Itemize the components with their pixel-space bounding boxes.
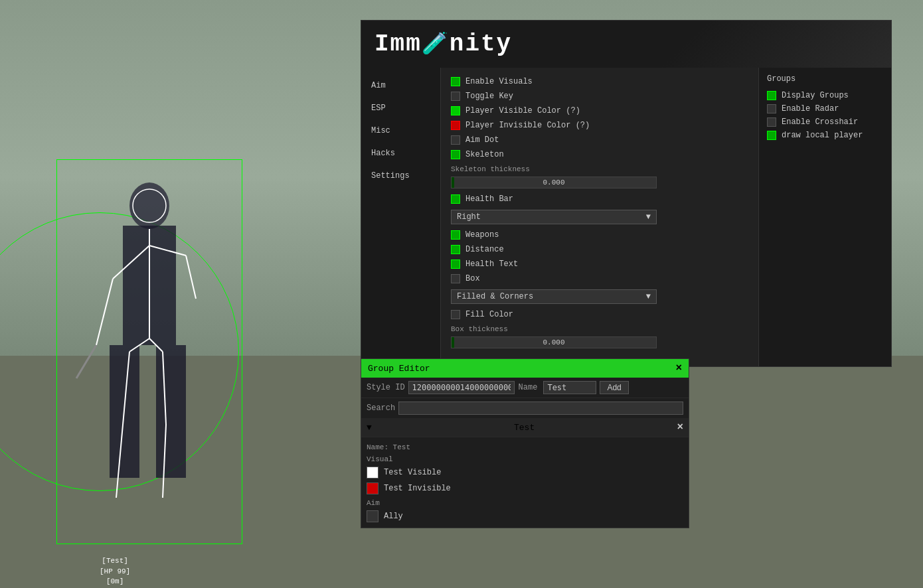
test-visible-color-swatch[interactable] [367, 467, 378, 478]
test-section: ▼ Test × Name: Test Visual Test Visible … [361, 418, 689, 528]
player-skeleton [56, 159, 242, 544]
weapons-row: Weapons [451, 228, 748, 242]
distance-checkbox[interactable] [451, 245, 460, 254]
fill-color-checkbox[interactable] [451, 310, 460, 319]
player-invisible-color-label: Player Invisible Color (?) [465, 121, 590, 130]
immunity-header: Imm🧪nity [361, 21, 891, 68]
skeleton-thickness-slider[interactable]: 0.000 [451, 177, 748, 188]
box-thickness-label: Box thickness [451, 325, 748, 333]
box-row: Box [451, 271, 748, 286]
player-tag-label: [Test] [100, 556, 130, 566]
draw-local-player-checkbox[interactable] [767, 131, 776, 140]
skeleton-row: Skeleton [451, 147, 748, 162]
fill-color-row: Fill Color [451, 307, 748, 322]
enable-crosshair-row: Enable Crosshair [767, 115, 883, 129]
toggle-key-row: Toggle Key [451, 89, 748, 104]
svg-line-9 [96, 319, 103, 345]
left-nav: Aim ESP Misc Hacks Settings [361, 68, 441, 366]
draw-local-player-label: draw local player [782, 131, 863, 140]
search-row: Search [361, 398, 689, 418]
health-text-row: Health Text [451, 257, 748, 271]
enable-radar-row: Enable Radar [767, 102, 883, 115]
enable-visuals-checkbox[interactable] [451, 77, 460, 86]
health-bar-row: Health Bar [451, 192, 748, 206]
test-invisible-row: Test Invisible [367, 480, 683, 496]
enable-radar-label: Enable Radar [782, 104, 839, 113]
weapons-checkbox[interactable] [451, 230, 460, 240]
health-bar-dropdown[interactable]: Right ▼ [451, 210, 657, 224]
skeleton-thickness-value: 0.000 [452, 179, 656, 186]
test-invisible-label: Test Invisible [384, 484, 451, 493]
player-visible-color-swatch[interactable] [451, 106, 460, 115]
enable-radar-checkbox[interactable] [767, 104, 776, 113]
box-checkbox[interactable] [451, 274, 460, 283]
health-text-label: Health Text [465, 259, 518, 269]
group-editor-close-button[interactable]: × [675, 362, 682, 374]
style-id-input[interactable] [408, 381, 515, 394]
fill-color-label: Fill Color [465, 310, 513, 319]
aim-dot-checkbox[interactable] [451, 135, 460, 145]
groups-panel: Groups Display Groups Enable Radar Enabl… [758, 68, 891, 366]
test-section-header: ▼ Test × [361, 418, 689, 437]
test-section-close-button[interactable]: × [677, 421, 683, 433]
svg-line-16 [76, 345, 96, 378]
style-id-row: Style ID Name Add [361, 378, 689, 398]
enable-visuals-label: Enable Visuals [465, 77, 533, 86]
test-visible-row: Test Visible [367, 465, 683, 480]
display-groups-row: Display Groups [767, 89, 883, 102]
search-label: Search [367, 404, 395, 413]
health-bar-dropdown-row: Right ▼ [451, 210, 748, 224]
distance-row: Distance [451, 242, 748, 257]
nav-item-aim[interactable]: Aim [361, 74, 440, 97]
box-style-dropdown-value: Filled & Corners [457, 292, 533, 301]
groups-title: Groups [767, 74, 883, 84]
health-bar-dropdown-arrow: ▼ [646, 212, 651, 222]
test-group-name: Test [514, 423, 535, 433]
box-thickness-slider[interactable]: 0.000 [451, 336, 748, 348]
search-input[interactable] [398, 402, 683, 415]
skeleton-thickness-label: Skeleton thickness [451, 165, 748, 173]
nav-item-settings[interactable]: Settings [361, 165, 440, 187]
group-editor-header: Group Editor × [361, 359, 689, 378]
player-invisible-color-row: Player Invisible Color (?) [451, 118, 748, 133]
syringe-icon: 🧪 [422, 33, 450, 57]
toggle-key-checkbox[interactable] [451, 92, 460, 101]
player-invisible-color-swatch[interactable] [451, 121, 460, 130]
test-collapse-icon: ▼ [367, 423, 372, 433]
health-bar-dropdown-value: Right [457, 212, 481, 222]
aim-dot-label: Aim Dot [465, 135, 499, 145]
test-invisible-color-swatch[interactable] [367, 482, 378, 494]
box-style-dropdown-arrow: ▼ [646, 292, 651, 301]
ally-row: Ally [367, 508, 683, 524]
skeleton-checkbox[interactable] [451, 150, 460, 159]
name-label: Name [519, 383, 538, 392]
health-bar-label: Health Bar [465, 194, 513, 204]
box-style-dropdown-row: Filled & Corners ▼ [451, 289, 748, 304]
nav-item-misc[interactable]: Misc [361, 119, 440, 142]
svg-rect-3 [156, 345, 186, 478]
app-title: Imm🧪nity [375, 31, 512, 58]
ally-color-swatch[interactable] [367, 510, 378, 522]
display-groups-checkbox[interactable] [767, 91, 776, 100]
box-style-dropdown[interactable]: Filled & Corners ▼ [451, 289, 657, 304]
toggle-key-label: Toggle Key [465, 92, 513, 101]
player-distance-label: [0m] [100, 577, 130, 587]
enable-crosshair-checkbox[interactable] [767, 117, 776, 127]
skeleton-label: Skeleton [465, 150, 504, 159]
name-input[interactable] [543, 381, 596, 394]
player-area: [Test] [HP 99] [0m] [KNIFE] [27, 159, 239, 551]
player-visible-color-label: Player Visible Color (?) [465, 106, 580, 115]
box-label: Box [465, 274, 480, 283]
add-button[interactable]: Add [600, 381, 628, 394]
player-labels: [Test] [HP 99] [0m] [KNIFE] [100, 556, 130, 588]
test-visible-label: Test Visible [384, 468, 441, 477]
draw-local-player-row: draw local player [767, 129, 883, 142]
immunity-panel: Imm🧪nity Aim ESP Misc Hacks Settings Ena… [361, 20, 892, 367]
svg-line-7 [103, 279, 113, 319]
nav-item-hacks[interactable]: Hacks [361, 142, 440, 165]
aim-dot-row: Aim Dot [451, 133, 748, 147]
health-text-checkbox[interactable] [451, 259, 460, 269]
health-bar-checkbox[interactable] [451, 194, 460, 204]
name-display: Name: Test [367, 441, 683, 453]
nav-item-esp[interactable]: ESP [361, 97, 440, 119]
